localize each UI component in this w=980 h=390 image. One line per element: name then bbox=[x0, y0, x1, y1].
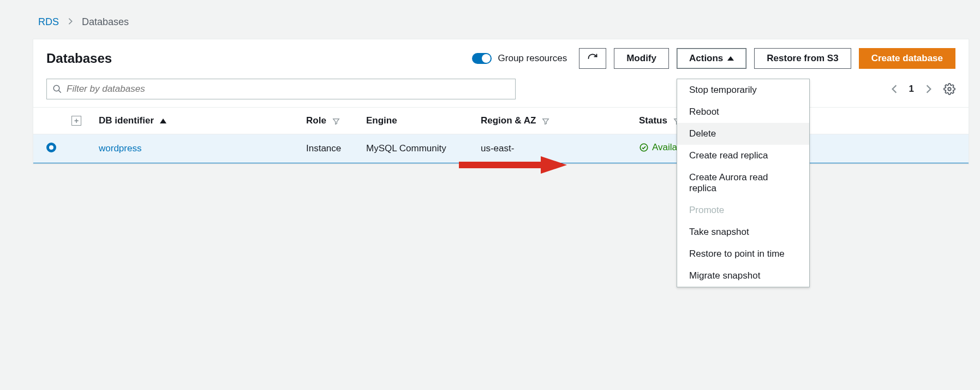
search-icon bbox=[52, 84, 62, 94]
col-identifier-label: DB identifier bbox=[99, 115, 154, 126]
col-expand[interactable]: + bbox=[66, 108, 93, 134]
pager-page-number: 1 bbox=[909, 84, 914, 94]
breadcrumb: RDS Databases bbox=[11, 11, 969, 39]
cell-role: Instance bbox=[301, 134, 361, 163]
col-identifier[interactable]: DB identifier bbox=[93, 108, 301, 134]
group-resources-toggle[interactable] bbox=[472, 53, 492, 64]
action-promote: Promote bbox=[677, 199, 809, 221]
cell-engine: MySQL Community bbox=[361, 134, 475, 163]
col-select bbox=[33, 108, 66, 134]
refresh-button[interactable] bbox=[579, 48, 606, 69]
panel-toolbar: 1 bbox=[33, 74, 969, 107]
breadcrumb-root-link[interactable]: RDS bbox=[38, 16, 59, 28]
caret-up-icon bbox=[727, 56, 734, 61]
settings-button[interactable] bbox=[943, 83, 955, 95]
col-engine-label: Engine bbox=[366, 115, 397, 126]
filter-icon bbox=[542, 117, 549, 125]
col-role[interactable]: Role bbox=[301, 108, 361, 134]
refresh-icon bbox=[587, 53, 598, 64]
restore-from-s3-button[interactable]: Restore from S3 bbox=[754, 48, 851, 69]
filter-input[interactable] bbox=[67, 84, 510, 94]
databases-panel: Databases Group resources Modify Actions bbox=[33, 39, 969, 164]
databases-table: + DB identifier Role Engine bbox=[33, 107, 969, 163]
create-database-button[interactable]: Create database bbox=[859, 48, 955, 69]
svg-point-1 bbox=[948, 87, 951, 91]
page-title: Databases bbox=[46, 51, 112, 66]
panel-header: Databases Group resources Modify Actions bbox=[33, 39, 969, 74]
pager-next[interactable] bbox=[924, 84, 934, 94]
actions-dropdown: Stop temporarily Reboot Delete Create re… bbox=[677, 79, 810, 287]
row-radio[interactable] bbox=[46, 143, 56, 152]
action-stop[interactable]: Stop temporarily bbox=[677, 79, 809, 101]
actions-button[interactable]: Actions bbox=[677, 48, 746, 69]
col-region[interactable]: Region & AZ bbox=[475, 108, 634, 134]
filter-icon bbox=[332, 117, 340, 125]
breadcrumb-current: Databases bbox=[82, 16, 129, 28]
chevron-right-icon bbox=[67, 16, 74, 28]
sort-asc-icon bbox=[160, 119, 166, 123]
action-take-snapshot[interactable]: Take snapshot bbox=[677, 221, 809, 243]
db-identifier-link[interactable]: wordpress bbox=[99, 143, 141, 153]
svg-point-0 bbox=[53, 85, 59, 91]
col-engine[interactable]: Engine bbox=[361, 108, 475, 134]
filter-box[interactable] bbox=[46, 79, 516, 99]
group-resources-label: Group resources bbox=[498, 53, 567, 64]
cell-region: us-east- bbox=[475, 134, 634, 163]
action-migrate-snapshot[interactable]: Migrate snapshot bbox=[677, 265, 809, 287]
modify-button[interactable]: Modify bbox=[614, 48, 669, 69]
action-reboot[interactable]: Reboot bbox=[677, 101, 809, 123]
pager: 1 bbox=[889, 83, 955, 95]
action-create-read-replica[interactable]: Create read replica bbox=[677, 145, 809, 167]
col-overflow bbox=[797, 108, 969, 134]
table-header-row: + DB identifier Role Engine bbox=[33, 108, 969, 134]
gear-icon bbox=[943, 83, 955, 95]
check-circle-icon bbox=[639, 143, 649, 152]
col-role-label: Role bbox=[306, 115, 326, 126]
action-delete[interactable]: Delete bbox=[677, 123, 809, 145]
action-restore-pit[interactable]: Restore to point in time bbox=[677, 243, 809, 265]
actions-button-label: Actions bbox=[689, 53, 723, 64]
table-row[interactable]: wordpress Instance MySQL Community us-ea… bbox=[33, 134, 969, 163]
action-create-aurora-replica[interactable]: Create Aurora read replica bbox=[677, 167, 809, 199]
group-resources-toggle-wrap: Group resources bbox=[472, 53, 567, 64]
col-region-label: Region & AZ bbox=[481, 115, 536, 126]
pager-prev[interactable] bbox=[889, 84, 899, 94]
expand-all-icon: + bbox=[71, 116, 81, 126]
col-status-label: Status bbox=[639, 115, 667, 126]
